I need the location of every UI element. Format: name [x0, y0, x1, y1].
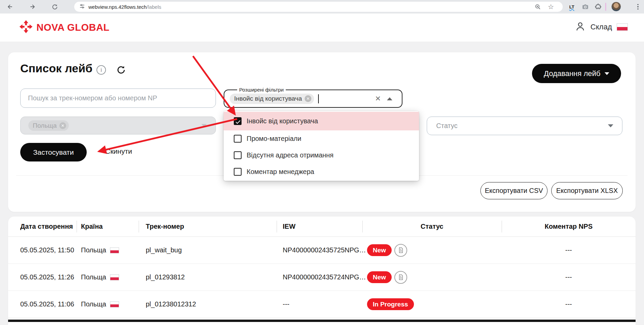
status-select[interactable]: Статус — [427, 117, 622, 135]
checkbox-checked-icon[interactable] — [234, 117, 242, 125]
table-header-row: Дата створення Країна Трек-номер IEW Ста… — [8, 217, 636, 237]
refresh-icon[interactable] — [116, 65, 126, 75]
cell-comment: --- — [502, 246, 636, 254]
status-badge: New — [367, 244, 392, 256]
chevron-down-icon — [608, 124, 613, 127]
clear-filters-icon[interactable]: ✕ — [375, 95, 381, 103]
reset-button[interactable]: Скинути — [105, 147, 132, 155]
remove-chip-icon[interactable]: ✕ — [305, 95, 311, 102]
chevron-up-icon[interactable] — [387, 97, 392, 100]
option-promo-materials[interactable]: Промо-матеріали — [224, 130, 419, 147]
cell-iew: NP40000002435724NPG… — [277, 273, 362, 281]
url-bar[interactable]: webview.nps.42flows.tech/labels ☆ — [74, 2, 563, 12]
export-csv-button[interactable]: Експортувати CSV — [480, 182, 548, 199]
labels-table-card: Дата створення Країна Трек-номер IEW Ста… — [8, 217, 636, 325]
browser-menu-icon[interactable] — [636, 2, 640, 11]
cell-comment: --- — [502, 300, 636, 308]
url-text: webview.nps.42flows.tech/labels — [88, 4, 161, 10]
status-badge: New — [367, 271, 392, 283]
cell-track: pl_01238012312 — [139, 300, 277, 308]
cell-country: Польща — [77, 273, 139, 281]
bookmark-star-icon[interactable]: ☆ — [548, 2, 554, 12]
cell-track: pl_01293812 — [139, 273, 277, 281]
zoom-icon[interactable] — [535, 2, 541, 12]
option-invoice-from-user[interactable]: Інвойс від користувача — [224, 112, 419, 130]
poland-flag-icon[interactable] — [617, 23, 628, 31]
page-title: Список лейб — [20, 62, 92, 75]
cell-iew: NP40000002435725NPG… — [277, 246, 362, 254]
site-settings-icon[interactable] — [79, 3, 85, 10]
column-header: Країна — [77, 217, 139, 236]
cell-comment: --- — [502, 273, 636, 281]
country-select-disabled: Польща ✕ — [20, 117, 216, 134]
poland-flag-icon — [110, 301, 119, 307]
cell-country: Польща — [77, 300, 139, 308]
column-header: Дата створення — [8, 217, 77, 236]
info-icon[interactable]: i — [96, 65, 106, 75]
apply-button[interactable]: Застосувати — [20, 143, 87, 161]
checkbox-icon[interactable] — [234, 135, 242, 143]
cell-date: 05.05.2025, 11:26 — [8, 273, 77, 281]
languagetool-extension-icon[interactable]: LT — [567, 2, 577, 12]
browser-avatar[interactable] — [611, 2, 621, 11]
option-missing-address[interactable]: Відсутня адреса отримання — [224, 147, 419, 164]
option-manager-comment[interactable]: Коментар менеджера — [224, 164, 419, 180]
filter-chip[interactable]: Інвойс від користувача ✕ — [230, 94, 314, 104]
cropped-element-edge — [8, 320, 636, 322]
cell-date: 05.05.2025, 11:50 — [8, 246, 77, 254]
poland-flag-icon — [110, 247, 119, 253]
filters-card: Список лейб i Додавання лейб Розширені ф… — [8, 52, 636, 212]
text-cursor — [318, 94, 319, 103]
profile-divider — [605, 3, 606, 11]
export-xlsx-button[interactable]: Експортувати XLSX — [551, 182, 623, 199]
country-chip: Польща ✕ — [28, 120, 69, 131]
chevron-down-icon — [605, 72, 609, 75]
cell-country: Польща — [77, 246, 139, 254]
cell-track: pl_wait_bug — [139, 246, 277, 254]
extensions-puzzle-icon[interactable] — [593, 2, 603, 12]
table-row[interactable]: 05.05.2025, 11:26 Польща pl_01293812 NP4… — [8, 264, 636, 291]
chevron-down-icon — [201, 124, 207, 127]
checkbox-icon[interactable] — [234, 151, 242, 159]
document-icon[interactable] — [394, 244, 407, 257]
advanced-filters-field[interactable]: Розширені фільтри Інвойс від користувача… — [224, 90, 402, 108]
cell-status: New — [362, 244, 502, 257]
filter-options-dropdown: Інвойс від користувача Промо-матеріали В… — [224, 111, 419, 181]
brand-name: NOVA GLOBAL — [36, 22, 110, 33]
column-header: IEW — [277, 217, 362, 236]
remove-chip-icon: ✕ — [59, 122, 66, 129]
app-header: NOVA GLOBAL Склад — [0, 14, 644, 42]
poland-flag-icon — [110, 274, 119, 280]
forward-icon[interactable] — [28, 2, 37, 11]
cell-status: In Progress — [362, 298, 502, 310]
brand-logo[interactable]: NOVA GLOBAL — [19, 20, 110, 35]
table-row[interactable]: 05.05.2025, 11:06 Польща pl_01238012312 … — [8, 291, 636, 318]
document-icon[interactable] — [394, 271, 407, 284]
checkbox-icon[interactable] — [234, 168, 242, 176]
column-header: Коментар NPS — [502, 217, 636, 236]
column-header: Трек-номер — [139, 217, 277, 236]
cell-date: 05.05.2025, 11:06 — [8, 300, 77, 308]
column-header: Статус — [362, 217, 502, 236]
user-role-label[interactable]: Склад — [590, 23, 612, 31]
camera-extension-icon[interactable] — [580, 2, 590, 12]
advanced-filters-label: Розширені фільтри — [237, 87, 286, 93]
status-badge: In Progress — [367, 298, 414, 310]
table-row[interactable]: 05.05.2025, 11:50 Польща pl_wait_bug NP4… — [8, 237, 636, 264]
browser-toolbar: webview.nps.42flows.tech/labels ☆ LT — [0, 0, 644, 14]
back-icon[interactable] — [5, 2, 15, 11]
nova-global-logo-icon — [19, 20, 33, 35]
user-icon[interactable] — [575, 21, 586, 33]
add-label-button[interactable]: Додавання лейб — [532, 64, 621, 83]
search-input[interactable] — [20, 89, 216, 108]
reload-icon[interactable] — [50, 2, 59, 11]
cell-iew: --- — [277, 300, 362, 308]
cell-status: New — [362, 271, 502, 284]
